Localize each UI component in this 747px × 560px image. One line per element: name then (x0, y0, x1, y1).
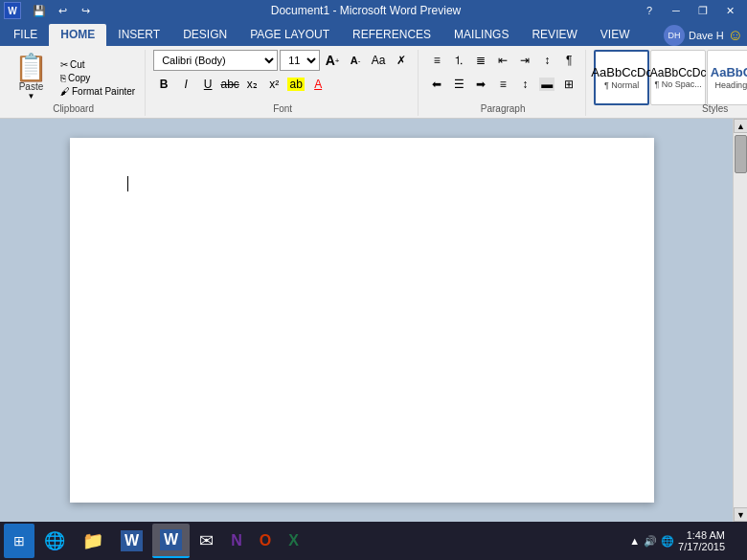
copy-button[interactable]: ⎘Copy (57, 72, 139, 84)
multilevel-icon: ≣ (476, 54, 486, 67)
network-icon[interactable]: 🌐 (661, 535, 674, 548)
font-grow-button[interactable]: A+ (322, 50, 343, 71)
taskbar-office[interactable]: O (252, 524, 279, 558)
taskbar-word-preview[interactable]: W (152, 524, 190, 558)
taskbar-word1[interactable]: W (113, 524, 150, 558)
scroll-down-arrow[interactable]: ▼ (734, 507, 747, 522)
tab-file[interactable]: FILE (2, 24, 49, 46)
feedback-smiley[interactable]: ☺ (728, 27, 743, 44)
paragraph-row2: ⬅ ☰ ➡ ≡ ↕ ▬ ⊞ (426, 74, 579, 95)
font-family-row: Calibri (Body) 11 A+ A- Aa ✗ (153, 50, 412, 71)
underline-button[interactable]: U (197, 74, 218, 95)
style-no-spacing[interactable]: AaBbCcDc ¶ No Spac... (650, 50, 706, 105)
paragraph-row1: ≡ ⒈ ≣ ⇤ ⇥ ↕ ¶ (426, 50, 579, 71)
main-layout: FILE HOME INSERT DESIGN PAGE LAYOUT REFE… (0, 21, 747, 543)
borders-button[interactable]: ⊞ (558, 74, 579, 95)
subscript-button[interactable]: x₂ (241, 74, 262, 95)
align-center-button[interactable]: ☰ (448, 74, 469, 95)
align-left-button[interactable]: ⬅ (426, 74, 447, 95)
word-preview-icon: W (160, 529, 182, 550)
paste-label: Paste (19, 81, 44, 92)
excel-icon: X (288, 532, 299, 549)
taskbar-onenote[interactable]: N (223, 524, 250, 558)
clock[interactable]: 1:48 AM 7/17/2015 (678, 529, 725, 552)
start-button[interactable]: ⊞ (4, 524, 34, 558)
tab-home[interactable]: HOME (49, 24, 106, 46)
undo-qat-btn[interactable]: ↩ (52, 2, 73, 19)
bullets-icon: ≡ (434, 54, 441, 67)
font-shrink-button[interactable]: A- (345, 50, 366, 71)
taskbar-explorer[interactable]: 📁 (75, 524, 111, 558)
tab-design[interactable]: DESIGN (171, 24, 238, 46)
cut-button[interactable]: ✂Cut (57, 58, 139, 71)
shading-button[interactable]: ▬ (536, 74, 557, 95)
numbering-button[interactable]: ⒈ (448, 50, 469, 71)
taskbar-outlook[interactable]: ✉ (192, 524, 221, 558)
help-button[interactable]: ? (636, 0, 663, 21)
document-scroll-area[interactable] (0, 119, 733, 522)
word1-icon: W (121, 530, 143, 551)
shading-icon: ▬ (539, 78, 555, 91)
document-page[interactable] (70, 138, 654, 503)
vertical-scrollbar[interactable]: ▲ ▼ (733, 119, 747, 522)
justify-button[interactable]: ≡ (492, 74, 513, 95)
style-no-spacing-label: ¶ No Spac... (654, 79, 701, 89)
change-case-button[interactable]: Aa (368, 50, 389, 71)
tab-mailings[interactable]: MAILINGS (442, 24, 520, 46)
save-qat-btn[interactable]: 💾 (29, 2, 50, 19)
font-color-button[interactable]: A (307, 74, 328, 95)
quick-access-toolbar: 💾 ↩ ↪ (29, 2, 96, 19)
bullets-button[interactable]: ≡ (426, 50, 447, 71)
scroll-up-arrow[interactable]: ▲ (734, 119, 747, 133)
borders-icon: ⊞ (564, 78, 574, 91)
paste-button[interactable]: 📋 Paste ▼ (8, 50, 55, 105)
taskbar-ie[interactable]: 🌐 (36, 524, 73, 558)
decrease-indent-button[interactable]: ⇤ (492, 50, 513, 71)
user-avatar: DH (664, 25, 685, 46)
line-spacing-button[interactable]: ↕ (514, 74, 535, 95)
redo-qat-btn[interactable]: ↪ (75, 2, 96, 19)
clear-formatting-button[interactable]: ✗ (391, 50, 412, 71)
taskbar-excel[interactable]: X (281, 524, 306, 558)
speaker-icon[interactable]: 🔊 (644, 535, 657, 548)
format-painter-button[interactable]: 🖌Format Painter (57, 85, 139, 98)
font-size-select[interactable]: 11 (280, 50, 320, 71)
grow-icon: A (326, 53, 335, 68)
tab-references[interactable]: REFERENCES (341, 24, 442, 46)
tab-view[interactable]: VIEW (589, 24, 642, 46)
increase-indent-button[interactable]: ⇥ (514, 50, 535, 71)
minimize-button[interactable]: ─ (663, 0, 690, 21)
ie-icon: 🌐 (44, 530, 65, 551)
app-icon: W (4, 2, 21, 19)
paragraph-label: Paragraph (420, 103, 585, 114)
strikethrough-button[interactable]: abc (219, 74, 240, 95)
tab-page-layout[interactable]: PAGE LAYOUT (238, 24, 341, 46)
scroll-thumb[interactable] (735, 135, 747, 173)
scroll-track[interactable] (734, 133, 747, 507)
outlook-icon: ✉ (199, 530, 214, 551)
title-bar: W 💾 ↩ ↪ Document1 - Microsoft Word Previ… (0, 0, 747, 21)
highlight-button[interactable]: ab (285, 74, 306, 95)
tray-chevron[interactable]: ▲ (629, 535, 640, 547)
superscript-button[interactable]: x² (263, 74, 284, 95)
sort-button[interactable]: ↕ (536, 50, 557, 71)
tab-insert[interactable]: INSERT (106, 24, 171, 46)
shrink-icon: A (351, 55, 358, 66)
window-controls: ? ─ ❐ ✕ (636, 0, 743, 21)
multilevel-button[interactable]: ≣ (470, 50, 491, 71)
explorer-icon: 📁 (82, 530, 103, 551)
align-right-button[interactable]: ➡ (470, 74, 491, 95)
pilcrow-button[interactable]: ¶ (558, 50, 579, 71)
underline-icon: U (204, 78, 213, 91)
content-area: ▲ ▼ (0, 119, 747, 522)
bold-button[interactable]: B (153, 74, 174, 95)
onenote-icon: N (231, 532, 242, 549)
tab-review[interactable]: REVIEW (520, 24, 588, 46)
style-normal[interactable]: AaBbCcDc ¶ Normal (594, 50, 649, 105)
font-family-select[interactable]: Calibri (Body) (153, 50, 278, 71)
close-button[interactable]: ✕ (716, 0, 743, 21)
restore-button[interactable]: ❐ (690, 0, 716, 21)
paste-icon: 📋 (14, 55, 48, 81)
italic-button[interactable]: I (175, 74, 196, 95)
style-heading1[interactable]: AaBbCc Heading 1 (707, 50, 747, 105)
